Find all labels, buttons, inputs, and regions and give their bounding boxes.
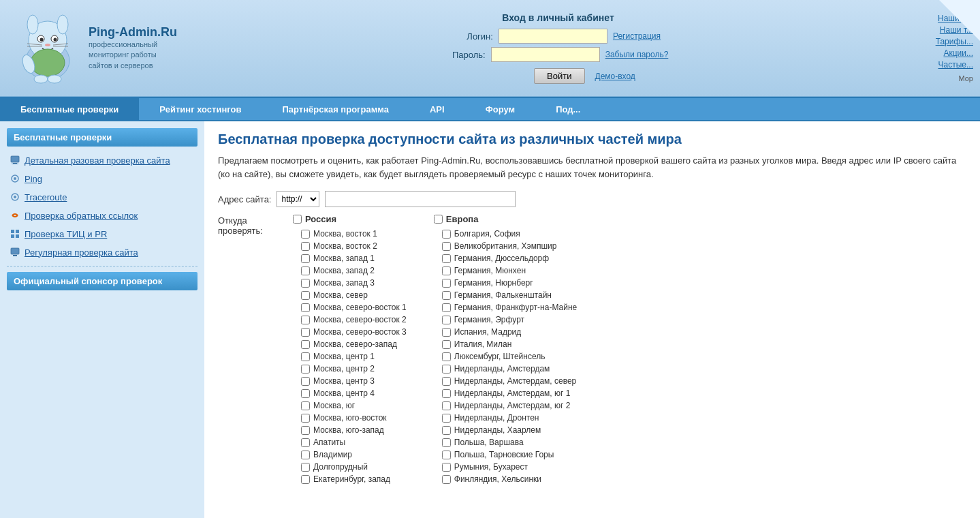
europe-checkbox-7[interactable] (442, 316, 451, 324)
sidebar-link-backlinks[interactable]: Проверка обратных ссылок (25, 211, 138, 221)
nav-free-checks[interactable]: Бесплатные проверки (0, 98, 139, 120)
map-label: Мор (958, 74, 973, 82)
right-nav-link-4[interactable]: Акции... (943, 48, 973, 58)
russia-checkbox-11[interactable] (301, 365, 310, 374)
svg-rect-17 (11, 156, 19, 162)
russia-locations: Москва, восток 1Москва, восток 2Москва, … (293, 228, 407, 485)
login-input[interactable] (499, 29, 607, 44)
europe-location-item: Нидерланды, Дронтен (434, 412, 577, 424)
nav-forum[interactable]: Форум (465, 98, 535, 120)
europe-checkbox-18[interactable] (442, 451, 451, 459)
sidebar-link-detailed[interactable]: Детальная разовая проверка сайта (25, 155, 170, 166)
europe-checkbox-14[interactable] (442, 401, 451, 410)
russia-checkbox-5[interactable] (301, 291, 310, 300)
nav-more[interactable]: Под... (535, 98, 601, 120)
europe-checkbox-15[interactable] (442, 414, 451, 423)
europe-checkbox-8[interactable] (442, 328, 451, 337)
russia-checkbox-8[interactable] (301, 328, 310, 337)
nav-api[interactable]: API (409, 98, 465, 120)
right-nav-link-5[interactable]: Частые... (938, 60, 973, 70)
password-input[interactable] (491, 47, 600, 62)
europe-location-item: Германия, Эрфурт (434, 314, 577, 326)
nav-hosting-rating[interactable]: Рейтинг хостингов (139, 98, 262, 120)
russia-select-all[interactable] (293, 215, 302, 224)
europe-checkbox-9[interactable] (442, 340, 451, 349)
page-title: Бесплатная проверка доступности сайта из… (218, 132, 966, 147)
sidebar-link-ping[interactable]: Ping (25, 174, 42, 184)
russia-checkbox-12[interactable] (301, 377, 310, 386)
russia-checkbox-17[interactable] (301, 438, 310, 447)
sidebar-link-traceroute[interactable]: Traceroute (25, 192, 67, 202)
sidebar-item-ping: Ping (7, 170, 197, 187)
europe-checkbox-2[interactable] (442, 254, 451, 263)
europe-checkbox-20[interactable] (442, 475, 451, 484)
europe-checkbox-0[interactable] (442, 230, 451, 239)
demo-login-link[interactable]: Демо-вход (595, 72, 635, 81)
russia-checkbox-16[interactable] (301, 426, 310, 435)
europe-checkbox-4[interactable] (442, 279, 451, 288)
europe-location-item: Нидерланды, Амстердам (434, 363, 577, 375)
russia-location-item: Екатеринбург, запад (293, 473, 407, 485)
page-description: Предлагаем посмотреть и оценить, как раб… (218, 154, 966, 181)
russia-checkbox-15[interactable] (301, 414, 310, 423)
russia-checkbox-18[interactable] (301, 451, 310, 459)
europe-checkbox-5[interactable] (442, 291, 451, 300)
europe-checkbox-16[interactable] (442, 426, 451, 435)
sidebar-link-tic-pr[interactable]: Проверка ТИЦ и PR (25, 229, 107, 239)
russia-checkbox-20[interactable] (301, 475, 310, 484)
russia-checkbox-14[interactable] (301, 401, 310, 410)
url-input[interactable] (325, 191, 516, 207)
register-link[interactable]: Регистрация (613, 31, 661, 41)
europe-location-item: Нидерланды, Хаарлем (434, 424, 577, 436)
russia-checkbox-13[interactable] (301, 389, 310, 398)
locations-container: Россия Москва, восток 1Москва, восток 2М… (293, 214, 577, 485)
sidebar-divider (7, 266, 197, 266)
europe-checkbox-6[interactable] (442, 303, 451, 312)
europe-location-item: Германия, Мюнхен (434, 264, 577, 277)
europe-checkbox-19[interactable] (442, 463, 451, 472)
regular-icon (10, 247, 20, 258)
sidebar-header: Бесплатные проверки (7, 128, 197, 147)
russia-checkbox-10[interactable] (301, 352, 310, 361)
europe-select-all[interactable] (434, 215, 443, 224)
europe-location-item: Румыния, Бухарест (434, 461, 577, 473)
sidebar-link-regular[interactable]: Регулярная проверка сайта (25, 247, 138, 258)
svg-point-6 (40, 38, 44, 42)
russia-checkbox-1[interactable] (301, 242, 310, 251)
europe-checkbox-13[interactable] (442, 389, 451, 398)
russia-location-item: Москва, северо-восток 2 (293, 314, 407, 326)
russia-checkbox-2[interactable] (301, 254, 310, 263)
europe-location-item: Болгария, София (434, 228, 577, 240)
europe-checkbox-12[interactable] (442, 377, 451, 386)
russia-checkbox-19[interactable] (301, 463, 310, 472)
russia-checkbox-9[interactable] (301, 340, 310, 349)
pc-icon (10, 155, 20, 166)
backlinks-icon (10, 210, 20, 221)
europe-checkbox-3[interactable] (442, 266, 451, 275)
europe-checkbox-11[interactable] (442, 365, 451, 374)
russia-checkbox-7[interactable] (301, 316, 310, 324)
password-label: Пароль: (448, 50, 486, 60)
russia-checkbox-6[interactable] (301, 303, 310, 312)
russia-location-item: Москва, юго-восток (293, 412, 407, 424)
login-button[interactable]: Войти (534, 68, 584, 84)
russia-location-item: Москва, запад 1 (293, 252, 407, 264)
russia-checkbox-3[interactable] (301, 266, 310, 275)
nav-partner-program[interactable]: Партнёрская программа (262, 98, 409, 120)
protocol-select[interactable]: http:// https:// ftp:// (276, 191, 319, 207)
svg-point-8 (45, 44, 50, 46)
europe-checkbox-17[interactable] (442, 438, 451, 447)
russia-location-item: Долгопрудный (293, 461, 407, 473)
europe-title: Европа (434, 214, 577, 224)
russia-checkbox-4[interactable] (301, 279, 310, 288)
russia-checkbox-0[interactable] (301, 230, 310, 239)
europe-checkbox-1[interactable] (442, 242, 451, 251)
russia-location-item: Москва, северо-восток 1 (293, 301, 407, 314)
logo-area: Ping-Admin.Ru профессиональный мониторин… (0, 10, 204, 87)
forgot-password-link[interactable]: Забыли пароль? (605, 50, 669, 59)
europe-location-item: Нидерланды, Амстердам, юг 1 (434, 387, 577, 399)
russia-column: Россия Москва, восток 1Москва, восток 2М… (293, 214, 407, 485)
europe-checkbox-10[interactable] (442, 352, 451, 361)
svg-rect-26 (11, 234, 14, 238)
svg-point-13 (31, 49, 65, 76)
